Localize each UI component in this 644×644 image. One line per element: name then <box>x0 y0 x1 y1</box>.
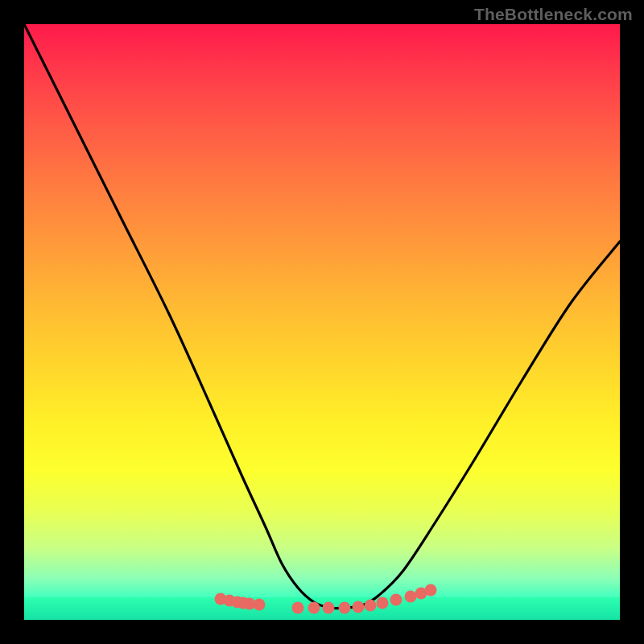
chart-area <box>24 24 620 620</box>
highlight-dots <box>215 584 437 614</box>
highlight-dot <box>353 601 365 613</box>
highlight-dot <box>254 599 266 611</box>
highlight-dot <box>390 594 402 606</box>
highlight-dot <box>405 591 417 603</box>
highlight-dot <box>308 602 320 614</box>
highlight-dot <box>425 584 437 597</box>
highlight-dot <box>323 602 335 614</box>
highlight-dot <box>292 602 304 614</box>
watermark-text: TheBottleneck.com <box>474 5 633 24</box>
highlight-dot <box>365 600 377 612</box>
highlight-dot <box>377 597 389 609</box>
bottleneck-curve <box>24 24 620 609</box>
curve-svg <box>24 24 620 620</box>
highlight-dot <box>339 602 351 614</box>
